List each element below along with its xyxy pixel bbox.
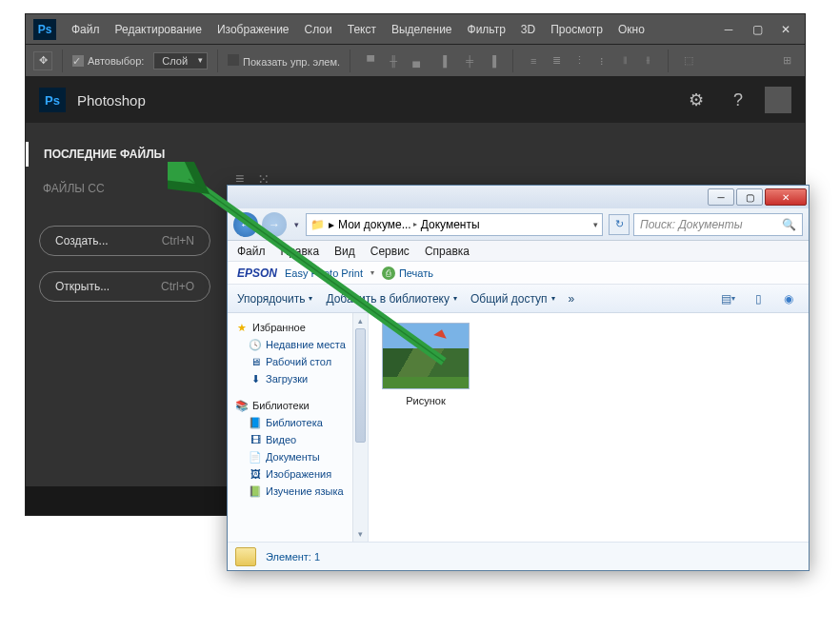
- extras-icon[interactable]: ⊞: [776, 50, 797, 71]
- tree-scrollbar[interactable]: ▴ ▾: [352, 313, 368, 542]
- show-controls-checkbox[interactable]: Показать упр. элем.: [228, 54, 340, 68]
- align-right-icon[interactable]: ▐: [482, 50, 503, 71]
- align-left-icon[interactable]: ▌: [436, 50, 457, 71]
- preview-pane-button[interactable]: ▯: [748, 289, 769, 308]
- ps-minimize-button[interactable]: ─: [717, 21, 740, 38]
- sidebar-recent-files[interactable]: ПОСЛЕДНИЕ ФАЙЛЫ: [26, 142, 224, 167]
- folder-icon: 📁: [310, 218, 325, 231]
- ex-menu-edit[interactable]: Правка: [281, 245, 320, 258]
- menu-view[interactable]: Просмотр: [550, 23, 603, 36]
- toolbar-overflow[interactable]: »: [569, 292, 575, 306]
- search-icon: 🔍: [782, 218, 796, 231]
- address-bar[interactable]: 📁 ▸ Мои докуме...▸ Документы ▾: [306, 213, 603, 236]
- tree-lib-documents[interactable]: 📄Документы: [228, 448, 368, 465]
- file-item[interactable]: Рисунок: [378, 323, 473, 406]
- align-h-buttons: ▌ ╪ ▐: [436, 50, 503, 71]
- help-icon[interactable]: ?: [723, 85, 753, 115]
- ps-start-header: Ps Photoshop ⚙ ?: [26, 77, 805, 123]
- dist-3-icon[interactable]: ⋮: [569, 50, 590, 71]
- explorer-nav-row: ← → ▾ 📁 ▸ Мои докуме...▸ Документы ▾ ↻ П…: [228, 208, 809, 241]
- star-icon: ★: [235, 321, 249, 334]
- move-tool-icon[interactable]: ✥: [33, 51, 52, 70]
- ps-maximize-button[interactable]: ▢: [746, 21, 769, 38]
- ex-menu-view[interactable]: Вид: [334, 245, 355, 258]
- ps-sidebar: ПОСЛЕДНИЕ ФАЙЛЫ ФАЙЛЫ CC Создать...Ctrl+…: [26, 123, 224, 515]
- scrollbar-thumb[interactable]: [355, 328, 366, 443]
- ps-close-button[interactable]: ✕: [774, 21, 797, 38]
- 3d-mode-icon[interactable]: ⬚: [678, 50, 699, 71]
- breadcrumb-root[interactable]: Мои докуме...▸: [338, 218, 417, 231]
- nav-history-dropdown[interactable]: ▾: [290, 212, 302, 237]
- align-vcenter-icon[interactable]: ╫: [383, 50, 404, 71]
- organize-dropdown[interactable]: Упорядочить▾: [237, 292, 312, 306]
- dist-4-icon[interactable]: ⫶: [591, 50, 612, 71]
- add-library-dropdown[interactable]: Добавить в библиотеку▾: [326, 292, 457, 306]
- tree-lib-library[interactable]: 📘Библиотека: [228, 414, 368, 431]
- search-input[interactable]: Поиск: Документы🔍: [633, 213, 803, 236]
- ps-logo2-icon: Ps: [39, 88, 66, 112]
- status-text: Элемент: 1: [266, 551, 320, 563]
- ex-menu-file[interactable]: Файл: [237, 245, 266, 258]
- ex-menu-service[interactable]: Сервис: [370, 245, 410, 258]
- tree-favorites[interactable]: ★Избранное: [228, 319, 368, 336]
- tree-lib-video[interactable]: 🎞Видео: [228, 431, 368, 448]
- epson-toolbar: EPSON Easy Photo Print▾ ⎙Печать: [228, 262, 809, 285]
- status-folder-icon: [235, 547, 256, 566]
- tree-downloads[interactable]: ⬇Загрузки: [228, 370, 368, 387]
- menu-edit[interactable]: Редактирование: [115, 23, 202, 36]
- explorer-minimize-button[interactable]: ─: [708, 188, 734, 206]
- images-icon: 🖼: [249, 467, 262, 481]
- tree-lib-images[interactable]: 🖼Изображения: [228, 465, 368, 483]
- align-bottom-icon[interactable]: ▄: [406, 50, 427, 71]
- share-dropdown[interactable]: Общий доступ▾: [470, 292, 555, 306]
- tree-libraries[interactable]: 📚Библиотеки: [228, 397, 368, 414]
- open-button[interactable]: Открыть...Ctrl+O: [39, 271, 210, 302]
- ex-menu-help[interactable]: Справка: [425, 245, 470, 258]
- lib-icon: 📘: [249, 416, 262, 429]
- dist-6-icon[interactable]: ⫵: [637, 50, 658, 71]
- print-icon: ⎙: [382, 267, 395, 280]
- epson-print-button[interactable]: ⎙Печать: [382, 267, 433, 280]
- downloads-icon: ⬇: [249, 372, 262, 385]
- create-button[interactable]: Создать...Ctrl+N: [39, 226, 210, 256]
- explorer-window: ─ ▢ ✕ ← → ▾ 📁 ▸ Мои докуме...▸ Документы…: [227, 185, 810, 571]
- explorer-content[interactable]: Рисунок: [369, 313, 809, 542]
- explorer-maximize-button[interactable]: ▢: [736, 188, 763, 206]
- avatar-icon[interactable]: [765, 87, 791, 113]
- file-label: Рисунок: [378, 395, 473, 406]
- distribute-buttons: ≡ ≣ ⋮ ⫶ ⫴ ⫵: [523, 50, 658, 71]
- gear-icon[interactable]: ⚙: [681, 85, 711, 115]
- explorer-titlebar[interactable]: ─ ▢ ✕: [228, 186, 809, 208]
- nav-forward-button[interactable]: →: [262, 212, 287, 237]
- menu-select[interactable]: Выделение: [391, 23, 452, 36]
- epson-easy-photo-link[interactable]: Easy Photo Print: [285, 267, 363, 279]
- menu-layers[interactable]: Слои: [305, 23, 332, 36]
- sidebar-cc-files[interactable]: ФАЙЛЫ CC: [26, 176, 224, 201]
- layer-dropdown[interactable]: Слой: [153, 52, 208, 69]
- lang-icon: 📗: [249, 484, 262, 498]
- view-mode-button[interactable]: ▤▾: [717, 289, 738, 308]
- menu-window[interactable]: Окно: [618, 23, 645, 36]
- autoselect-checkbox[interactable]: ✓Автовыбор:: [72, 55, 144, 67]
- tree-recent-places[interactable]: 🕓Недавние места: [228, 336, 368, 353]
- tree-lib-language[interactable]: 📗Изучение языка: [228, 483, 368, 500]
- menu-filter[interactable]: Фильтр: [468, 23, 506, 36]
- dist-1-icon[interactable]: ≡: [523, 50, 544, 71]
- tree-desktop[interactable]: 🖥Рабочий стол: [228, 353, 368, 370]
- menu-3d[interactable]: 3D: [521, 23, 535, 36]
- ps-brand-label: Photoshop: [77, 92, 146, 109]
- refresh-button[interactable]: ↻: [609, 214, 630, 235]
- dist-5-icon[interactable]: ⫴: [614, 50, 635, 71]
- nav-back-button[interactable]: ←: [233, 212, 258, 237]
- explorer-close-button[interactable]: ✕: [765, 188, 807, 206]
- align-hcenter-icon[interactable]: ╪: [459, 50, 480, 71]
- toolbar-help-icon[interactable]: ◉: [778, 289, 799, 308]
- menu-file[interactable]: Файл: [71, 23, 100, 36]
- menu-text[interactable]: Текст: [348, 23, 376, 36]
- menu-image[interactable]: Изображение: [217, 23, 290, 36]
- explorer-tree: ★Избранное 🕓Недавние места 🖥Рабочий стол…: [228, 313, 369, 542]
- dist-2-icon[interactable]: ≣: [546, 50, 567, 71]
- align-top-icon[interactable]: ▀: [360, 50, 381, 71]
- explorer-statusbar: Элемент: 1: [228, 542, 809, 570]
- breadcrumb-folder[interactable]: Документы: [421, 218, 480, 231]
